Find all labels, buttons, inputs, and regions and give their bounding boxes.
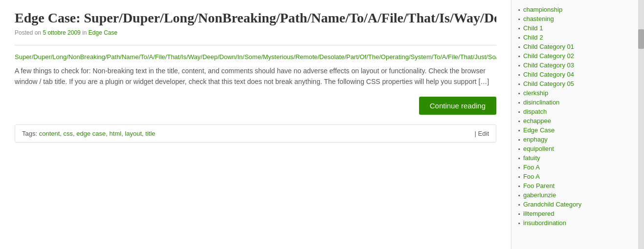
sidebar-link-20[interactable]: gaberlunzie (523, 191, 556, 199)
posted-on-label: Posted on (15, 29, 41, 36)
sidebar-item: illtempered (518, 209, 633, 218)
sidebar-item: equipollent (518, 144, 633, 153)
page-wrapper: Edge Case: Super/Duper/Long/NonBreaking/… (0, 0, 644, 249)
post-category-link[interactable]: Edge Case (89, 29, 117, 36)
sidebar-item: Child Category 03 (518, 61, 633, 70)
tags-content: Tags: content, css, edge case, html, lay… (22, 130, 155, 137)
tag-layout[interactable]: layout (125, 130, 142, 137)
sidebar-link-8[interactable]: Child Category 05 (523, 80, 574, 87)
sidebar-item: echappee (518, 116, 633, 125)
sidebar-link-14[interactable]: enphagy (523, 136, 548, 143)
sidebar-link-23[interactable]: insubordination (523, 219, 566, 227)
tag-title[interactable]: title (145, 130, 155, 137)
continue-reading-button[interactable]: Continue reading (419, 97, 496, 115)
in-label: in (82, 29, 87, 36)
sidebar-link-2[interactable]: Child 1 (523, 24, 543, 32)
sidebar-item: championship (518, 5, 633, 14)
sidebar-link-6[interactable]: Child Category 03 (523, 62, 574, 69)
sidebar-link-9[interactable]: clerkship (523, 89, 548, 97)
tag-content[interactable]: content (39, 130, 60, 137)
sidebar-item: enphagy (518, 135, 633, 144)
sidebar-item: Child Category 04 (518, 70, 633, 79)
continue-reading-wrap: Continue reading (15, 97, 496, 115)
sidebar-link-10[interactable]: disinclination (523, 99, 559, 106)
sidebar-link-7[interactable]: Child Category 04 (523, 71, 574, 78)
sidebar-link-0[interactable]: championship (523, 6, 562, 13)
scrollbar-thumb[interactable] (638, 29, 644, 49)
edit-link[interactable]: | Edit (475, 130, 489, 137)
sidebar-item: Foo A (518, 163, 633, 172)
sidebar-link-3[interactable]: Child 2 (523, 34, 543, 41)
tag-edge-case[interactable]: edge case (76, 130, 106, 137)
sidebar-link-18[interactable]: Foo A (523, 173, 540, 180)
post-title: Edge Case: Super/Duper/Long/NonBreaking/… (15, 10, 496, 26)
sidebar-item: Edge Case (518, 125, 633, 135)
sidebar-item: insubordination (518, 218, 633, 228)
sidebar-item: Grandchild Category (518, 200, 633, 209)
sidebar-link-15[interactable]: equipollent (523, 145, 554, 152)
sidebar-item: Child 1 (518, 23, 633, 33)
sidebar-item: Child Category 05 (518, 79, 633, 88)
post-excerpt: A few things to check for: Non-breaking … (15, 65, 496, 87)
sidebar-link-1[interactable]: chastening (523, 15, 554, 22)
tags-label: Tags: (22, 130, 37, 137)
post-date-link[interactable]: 5 ottobre 2009 (43, 29, 80, 36)
tag-css[interactable]: css (64, 130, 73, 137)
sidebar-item: Foo Parent (518, 181, 633, 190)
sidebar-list: championshipchasteningChild 1Child 2Chil… (518, 5, 633, 228)
post-divider (15, 45, 496, 45)
sidebar-item: chastening (518, 14, 633, 23)
sidebar-link-13[interactable]: Edge Case (523, 126, 555, 134)
sidebar-link-4[interactable]: Child Category 01 (523, 43, 574, 50)
tag-html[interactable]: html (110, 130, 122, 137)
post-url: Super/Duper/Long/NonBreaking/Path/Name/T… (15, 53, 496, 61)
sidebar-link-22[interactable]: illtempered (523, 210, 555, 217)
post-tags-bar: Tags: content, css, edge case, html, lay… (15, 124, 496, 143)
sidebar-item: Child Category 02 (518, 51, 633, 61)
sidebar-item: Child Category 01 (518, 42, 633, 51)
sidebar-link-5[interactable]: Child Category 02 (523, 52, 574, 60)
main-content: Edge Case: Super/Duper/Long/NonBreaking/… (0, 0, 511, 249)
sidebar-item: fatuity (518, 153, 633, 163)
sidebar-link-19[interactable]: Foo Parent (523, 182, 555, 189)
sidebar-link-16[interactable]: fatuity (523, 154, 540, 162)
sidebar-item: clerkship (518, 88, 633, 98)
sidebar-item: Child 2 (518, 33, 633, 42)
sidebar-link-21[interactable]: Grandchild Category (523, 201, 581, 208)
sidebar-item: Foo A (518, 172, 633, 181)
sidebar-item: dispatch (518, 107, 633, 116)
sidebar-link-12[interactable]: echappee (523, 117, 551, 124)
sidebar-link-17[interactable]: Foo A (523, 164, 540, 171)
sidebar-item: disinclination (518, 98, 633, 107)
post-meta: Posted on 5 ottobre 2009 in Edge Case (15, 29, 496, 36)
sidebar-item: gaberlunzie (518, 190, 633, 200)
sidebar: championshipchasteningChild 1Child 2Chil… (511, 0, 638, 249)
sidebar-link-11[interactable]: dispatch (523, 108, 547, 115)
scrollbar-track[interactable] (638, 0, 644, 249)
